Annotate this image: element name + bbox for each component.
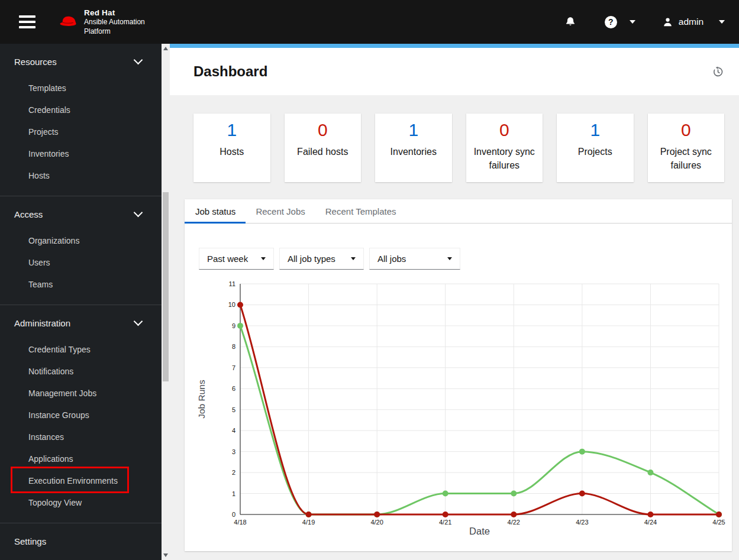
- sidebar-group-administration: AdministrationCredential TypesNotificati…: [0, 305, 162, 523]
- x-tick-label: 4/24: [644, 519, 657, 526]
- brand-line3: Platform: [84, 27, 145, 37]
- sidebar-item-instances[interactable]: Instances: [0, 426, 162, 448]
- data-point-successful: [443, 491, 448, 497]
- sidebar-item-list: TemplatesCredentialsProjectsInventoriesH…: [0, 77, 162, 186]
- data-point-successful: [237, 323, 243, 329]
- x-tick-label: 4/23: [576, 519, 588, 526]
- y-tick-label: 5: [232, 406, 235, 413]
- summary-card-label: Hosts: [193, 145, 270, 158]
- sidebar-item-hosts[interactable]: Hosts: [0, 164, 162, 186]
- data-point-failed: [306, 512, 312, 517]
- chevron-down-icon: [261, 257, 266, 260]
- filter-select-past-week[interactable]: Past week: [199, 248, 274, 270]
- sidebar-group-resources: ResourcesTemplatesCredentialsProjectsInv…: [0, 44, 162, 196]
- sidebar-group-label: Administration: [14, 318, 70, 328]
- sidebar-group-header-access[interactable]: Access: [0, 203, 162, 225]
- help-menu-button[interactable]: ?: [605, 16, 635, 28]
- sidebar-item-label: Applications: [28, 454, 73, 464]
- x-axis-title: Date: [469, 526, 490, 536]
- scroll-down-arrow-icon[interactable]: [163, 553, 168, 557]
- series-line-successful: [240, 326, 719, 514]
- sidebar-item-projects[interactable]: Projects: [0, 121, 162, 143]
- sidebar-group-header-settings[interactable]: Settings: [0, 530, 162, 552]
- data-point-successful: [647, 470, 653, 475]
- sidebar-group-header-resources[interactable]: Resources: [0, 51, 162, 72]
- dashboard-history-button[interactable]: [712, 66, 724, 77]
- y-tick-label: 4: [232, 427, 235, 434]
- sidebar-scrollbar[interactable]: [162, 44, 170, 560]
- sidebar-item-inventories[interactable]: Inventories: [0, 143, 162, 164]
- summary-card-value: 0: [466, 121, 543, 139]
- summary-card-failed-hosts[interactable]: 0Failed hosts: [285, 114, 362, 182]
- sidebar-group-access: AccessOrganizationsUsersTeams: [0, 196, 162, 305]
- tab-recent-jobs[interactable]: Recent Jobs: [246, 199, 315, 223]
- sidebar-item-teams[interactable]: Teams: [0, 273, 162, 295]
- x-tick-label: 4/19: [302, 519, 315, 526]
- data-point-successful: [511, 491, 517, 497]
- data-point-failed: [374, 512, 380, 517]
- x-tick-label: 4/25: [712, 519, 725, 526]
- summary-card-value: 0: [648, 121, 725, 139]
- sidebar-item-label: Credential Types: [28, 345, 91, 354]
- summary-card-label: Failed hosts: [285, 145, 362, 158]
- filter-select-all-job-types[interactable]: All job types: [279, 248, 364, 270]
- sidebar-item-applications[interactable]: Applications: [0, 448, 162, 470]
- brand-line1: Red Hat: [84, 8, 145, 18]
- brand-logo[interactable]: Red Hat Ansible Automation Platform: [58, 8, 145, 37]
- y-tick-label: 6: [232, 385, 235, 392]
- chevron-down-icon: [447, 257, 452, 260]
- hamburger-menu-icon[interactable]: [19, 15, 36, 28]
- summary-card-value: 1: [193, 121, 270, 139]
- scroll-up-arrow-icon[interactable]: [163, 47, 168, 50]
- select-value: All job types: [288, 254, 335, 264]
- tab-job-status[interactable]: Job status: [185, 199, 246, 223]
- sidebar-item-label: Projects: [28, 127, 59, 137]
- data-point-successful: [579, 449, 585, 455]
- sidebar-item-templates[interactable]: Templates: [0, 77, 162, 99]
- dashboard-tabs: Job statusRecent JobsRecent Templates: [185, 199, 732, 224]
- sidebar-item-label: Credentials: [28, 105, 70, 115]
- history-icon: [712, 66, 724, 77]
- summary-card-value: 0: [285, 121, 362, 139]
- dashboard-body: 1Hosts0Failed hosts1Inventories0Inventor…: [170, 114, 739, 551]
- sidebar-item-label: Execution Environments: [28, 476, 118, 485]
- page-header: Dashboard: [170, 48, 739, 95]
- data-point-failed: [579, 491, 585, 497]
- chevron-down-icon: [134, 208, 143, 218]
- y-tick-label: 0: [232, 511, 235, 518]
- filter-select-all-jobs[interactable]: All jobs: [369, 248, 460, 270]
- tab-recent-templates[interactable]: Recent Templates: [315, 199, 406, 223]
- summary-card-label: Projects: [557, 145, 634, 158]
- scrollbar-thumb[interactable]: [163, 192, 169, 381]
- sidebar-item-organizations[interactable]: Organizations: [0, 229, 162, 251]
- summary-card-project-sync-failures[interactable]: 0Project sync failures: [648, 114, 725, 182]
- sidebar-item-users[interactable]: Users: [0, 251, 162, 273]
- summary-card-label: Project sync failures: [648, 145, 725, 172]
- sidebar-item-notifications[interactable]: Notifications: [0, 360, 162, 382]
- sidebar-item-credentials[interactable]: Credentials: [0, 99, 162, 121]
- sidebar-item-label: Topology View: [28, 498, 82, 507]
- sidebar-item-label: Teams: [28, 280, 53, 289]
- user-icon: [662, 17, 673, 28]
- user-menu-button[interactable]: admin: [662, 17, 725, 28]
- sidebar-item-label: Inventories: [28, 149, 69, 158]
- sidebar-group-header-administration[interactable]: Administration: [0, 312, 162, 334]
- sidebar-item-credential-types[interactable]: Credential Types: [0, 338, 162, 360]
- summary-card-inventory-sync-failures[interactable]: 0Inventory sync failures: [466, 114, 543, 182]
- notifications-bell-button[interactable]: [564, 16, 576, 28]
- sidebar-item-management-jobs[interactable]: Management Jobs: [0, 382, 162, 404]
- x-tick-label: 4/18: [234, 519, 246, 526]
- data-point-failed: [443, 512, 448, 517]
- sidebar-item-instance-groups[interactable]: Instance Groups: [0, 404, 162, 426]
- sidebar-item-execution-environments[interactable]: Execution Environments: [0, 470, 162, 491]
- y-axis-title: Job Runs: [196, 380, 206, 419]
- chevron-down-icon: [630, 20, 635, 24]
- sidebar-item-label: Hosts: [28, 171, 50, 180]
- summary-card-projects[interactable]: 1Projects: [557, 114, 634, 182]
- chevron-down-icon: [134, 317, 143, 326]
- summary-card-value: 1: [557, 121, 634, 139]
- summary-card-hosts[interactable]: 1Hosts: [193, 114, 270, 182]
- sidebar-item-topology-view[interactable]: Topology View: [0, 491, 162, 513]
- summary-card-inventories[interactable]: 1Inventories: [375, 114, 452, 182]
- sidebar-item-list: OrganizationsUsersTeams: [0, 229, 162, 295]
